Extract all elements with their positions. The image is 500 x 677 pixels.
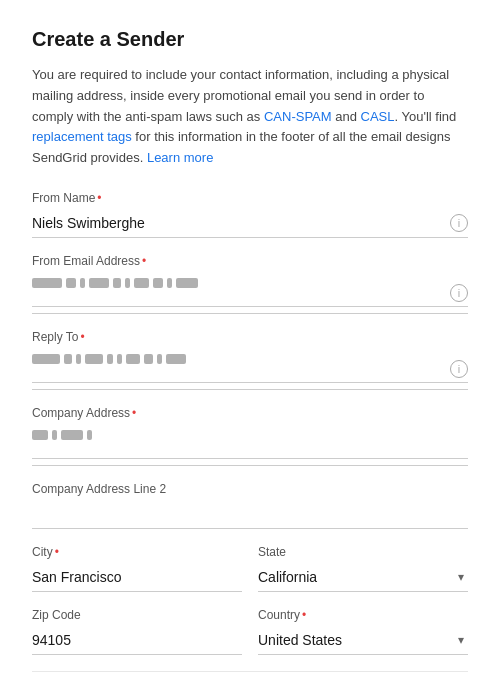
- reply-to-info-icon[interactable]: i: [450, 360, 468, 378]
- zip-label: Zip Code: [32, 608, 242, 622]
- learn-more-link[interactable]: Learn more: [147, 150, 213, 165]
- company-address-group: Company Address•: [32, 406, 468, 466]
- company-address-label: Company Address•: [32, 406, 468, 420]
- country-label: Country•: [258, 608, 468, 622]
- reply-to-input[interactable]: [32, 354, 468, 383]
- reply-to-group: Reply To• i: [32, 330, 468, 390]
- replacement-tags-link[interactable]: replacement tags: [32, 129, 132, 144]
- company-address-input[interactable]: [32, 430, 468, 459]
- from-name-group: From Name• i: [32, 191, 468, 238]
- state-label: State: [258, 545, 468, 559]
- country-group: Country• United States Canada United Kin…: [258, 608, 468, 655]
- from-name-input[interactable]: [32, 209, 468, 238]
- city-label: City•: [32, 545, 242, 559]
- from-email-input-wrapper: i: [32, 272, 468, 314]
- from-email-group: From Email Address• i: [32, 254, 468, 314]
- from-name-label: From Name•: [32, 191, 468, 205]
- description-text: You are required to include your contact…: [32, 65, 468, 169]
- zip-country-row: Zip Code Country• United States Canada U…: [32, 608, 468, 655]
- company-address2-input[interactable]: [32, 500, 468, 529]
- from-email-label: From Email Address•: [32, 254, 468, 268]
- page-title: Create a Sender: [32, 28, 468, 51]
- city-group: City•: [32, 545, 242, 592]
- reply-to-label: Reply To•: [32, 330, 468, 344]
- reply-to-input-wrapper: i: [32, 348, 468, 390]
- company-address2-label: Company Address Line 2: [32, 482, 468, 496]
- state-select[interactable]: California Alabama Alaska Arizona Colora…: [258, 563, 468, 592]
- company-address2-group: Company Address Line 2: [32, 482, 468, 529]
- state-select-wrapper: California Alabama Alaska Arizona Colora…: [258, 563, 468, 592]
- zip-group: Zip Code: [32, 608, 242, 655]
- from-email-input[interactable]: [32, 278, 468, 307]
- casl-link[interactable]: CASL: [361, 109, 395, 124]
- country-select-wrapper: United States Canada United Kingdom Aust…: [258, 626, 468, 655]
- from-email-info-icon[interactable]: i: [450, 284, 468, 302]
- zip-input[interactable]: [32, 626, 242, 655]
- state-group: State California Alabama Alaska Arizona …: [258, 545, 468, 592]
- country-select[interactable]: United States Canada United Kingdom Aust…: [258, 626, 468, 655]
- divider: [32, 671, 468, 672]
- can-spam-link[interactable]: CAN-SPAM: [264, 109, 332, 124]
- city-input[interactable]: [32, 563, 242, 592]
- city-state-row: City• State California Alabama Alaska Ar…: [32, 545, 468, 592]
- from-name-info-icon[interactable]: i: [450, 214, 468, 232]
- from-name-input-wrapper: i: [32, 209, 468, 238]
